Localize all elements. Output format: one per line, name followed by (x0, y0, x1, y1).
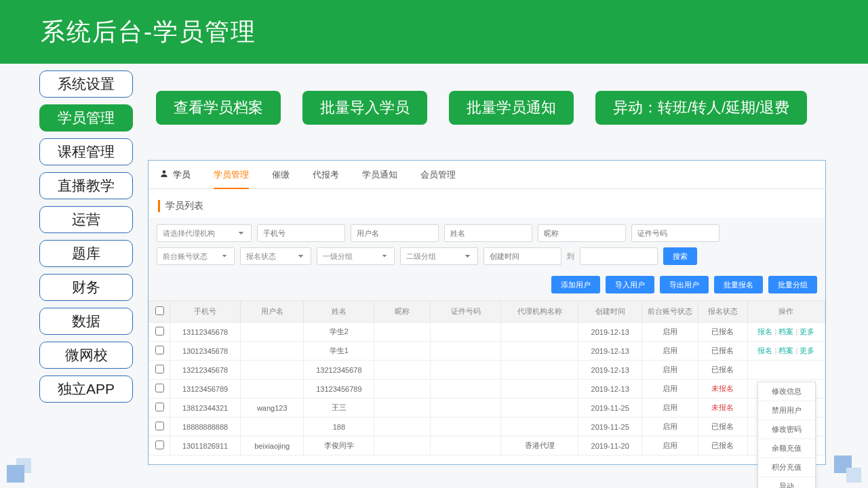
filters: 请选择代理机构 前台账号状态 报名状态 一级分组 二级分组 到 搜索 (149, 218, 825, 276)
username-input[interactable] (351, 224, 439, 242)
cell-enroll: 已报名 (698, 361, 748, 380)
panel: 学员 学员管理 催缴 代报考 学员通知 会员管理 学员列表 请选择代理机构 前台… (148, 160, 826, 465)
cell-realname: 学生2 (304, 323, 374, 342)
cell-enroll: 已报名 (698, 418, 748, 436)
th-ops: 操作 (747, 301, 825, 323)
sidebar-item-2[interactable]: 课程管理 (39, 138, 133, 165)
sidebar: 系统设置学员管理课程管理直播教学运营题库财务数据微网校独立APP (39, 70, 133, 409)
bulk-import-button[interactable]: 批量导入学员 (302, 91, 427, 125)
header-bar: 系统后台-学员管理 (0, 0, 868, 64)
cell-agency (501, 399, 578, 418)
th-realname: 姓名 (304, 301, 374, 323)
export-user-button[interactable]: 导出用户 (660, 276, 709, 293)
table-row: 13012345678学生12019-12-13启用已报名报名 | 档案 | 更… (149, 342, 825, 361)
cell-idno (431, 361, 501, 380)
tab-member-manage[interactable]: 会员管理 (420, 161, 456, 189)
phone-input[interactable] (257, 224, 345, 242)
link-enroll[interactable]: 报名 (757, 327, 772, 336)
select-all-checkbox[interactable] (155, 306, 164, 315)
menu-transfer[interactable]: 异动 (758, 477, 815, 488)
group2-select[interactable]: 二级分组 (400, 247, 478, 265)
add-user-button[interactable]: 添加用户 (551, 276, 600, 293)
link-archive[interactable]: 档案 (778, 327, 793, 336)
cell-idno (431, 323, 501, 342)
sidebar-item-5[interactable]: 题库 (39, 240, 133, 267)
row-checkbox[interactable] (155, 441, 164, 449)
link-archive[interactable]: 档案 (778, 346, 793, 354)
tab-student-notify[interactable]: 学员通知 (362, 161, 397, 189)
bulk-enroll-button[interactable]: 批量报名 (714, 276, 763, 293)
cell-realname: 188 (304, 418, 374, 436)
agency-select[interactable]: 请选择代理机构 (157, 224, 252, 242)
cell-username (241, 380, 304, 399)
cell-front: 启用 (642, 361, 698, 380)
link-more[interactable]: 更多 (800, 346, 814, 354)
create-time-from[interactable] (484, 247, 561, 265)
link-more[interactable]: 更多 (800, 327, 814, 336)
sidebar-item-7[interactable]: 数据 (39, 308, 133, 335)
search-button[interactable]: 搜索 (663, 247, 697, 265)
cell-nickname (374, 436, 431, 455)
cell-phone: 13012345678 (170, 342, 241, 361)
table-row: 13123456789131234567892019-12-13启用未报名 (149, 380, 825, 399)
cell-idno (431, 399, 501, 418)
th-idno: 证件号码 (431, 301, 501, 323)
row-checkbox[interactable] (155, 384, 164, 392)
sidebar-item-8[interactable]: 微网校 (39, 342, 133, 369)
create-time-to[interactable] (580, 247, 658, 265)
import-user-button[interactable]: 导入用户 (606, 276, 654, 293)
bulk-group-button[interactable]: 批量分组 (768, 276, 817, 293)
cell-username (241, 342, 304, 361)
cell-idno (431, 418, 501, 436)
row-checkbox[interactable] (155, 422, 164, 430)
front-status-select[interactable]: 前台账号状态 (157, 247, 235, 265)
tab-reminder[interactable]: 催缴 (272, 161, 290, 189)
idno-input[interactable] (631, 224, 719, 242)
table-row: 13212345678132123456782019-12-13启用已报名 (149, 361, 825, 380)
menu-points-recharge[interactable]: 积分充值 (758, 458, 815, 477)
section-title: 学员列表 (158, 200, 825, 212)
sidebar-item-1[interactable]: 学员管理 (39, 104, 133, 131)
transfer-button[interactable]: 异动：转班/转人/延期/退费 (595, 91, 807, 125)
sidebar-item-9[interactable]: 独立APP (39, 375, 133, 403)
row-checkbox[interactable] (155, 327, 164, 336)
link-enroll[interactable]: 报名 (757, 346, 772, 354)
row-checkbox[interactable] (155, 403, 164, 411)
cell-agency (501, 361, 578, 380)
top-actions: 查看学员档案 批量导入学员 批量学员通知 异动：转班/转人/延期/退费 (156, 91, 807, 125)
cell-front: 启用 (642, 380, 698, 399)
menu-balance-recharge[interactable]: 余额充值 (758, 439, 815, 458)
more-dropdown: 修改信息 禁用用户 修改密码 余额充值 积分充值 异动 约课 (757, 382, 816, 488)
view-archive-button[interactable]: 查看学员档案 (156, 91, 281, 125)
tab-proxy-exam[interactable]: 代报考 (313, 161, 339, 189)
sidebar-item-4[interactable]: 运营 (39, 206, 133, 233)
cell-enroll: 已报名 (698, 323, 748, 342)
table-row: 188888888881882019-11-25启用已报名 (149, 418, 825, 436)
cell-enroll: 未报名 (698, 380, 748, 399)
sidebar-item-3[interactable]: 直播教学 (39, 172, 133, 199)
group1-select[interactable]: 一级分组 (317, 247, 395, 265)
enroll-status-select[interactable]: 报名状态 (240, 247, 311, 265)
bulk-notify-button[interactable]: 批量学员通知 (449, 91, 574, 125)
row-checkbox[interactable] (155, 346, 164, 354)
realname-input[interactable] (444, 224, 532, 242)
nickname-input[interactable] (538, 224, 626, 242)
cell-ops: 报名 | 档案 | 更多 (747, 323, 825, 342)
cell-nickname (374, 361, 431, 380)
th-phone: 手机号 (170, 301, 241, 323)
cell-agency: 香港代理 (501, 436, 578, 455)
student-table: 手机号 用户名 姓名 昵称 证件号码 代理机构名称 创建时间 前台账号状态 报名… (149, 300, 825, 455)
cell-enroll: 已报名 (698, 436, 748, 455)
tab-student-manage[interactable]: 学员管理 (214, 161, 249, 189)
row-checkbox[interactable] (155, 365, 164, 373)
menu-edit-info[interactable]: 修改信息 (758, 382, 815, 401)
cell-agency (501, 323, 578, 342)
menu-change-pwd[interactable]: 修改密码 (758, 420, 815, 439)
sidebar-item-0[interactable]: 系统设置 (39, 70, 133, 98)
menu-disable-user[interactable]: 禁用用户 (758, 401, 815, 420)
action-buttons: 添加用户 导入用户 导出用户 批量报名 批量分组 (149, 276, 825, 300)
sidebar-item-6[interactable]: 财务 (39, 274, 133, 301)
to-label: 到 (567, 247, 574, 265)
cell-realname: 李俊同学 (304, 436, 374, 455)
cell-create: 2019-12-13 (578, 361, 642, 380)
